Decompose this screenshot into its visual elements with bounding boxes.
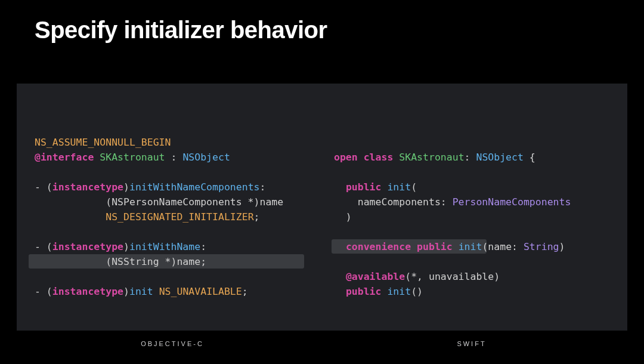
code-panel: NS_ASSUME_NONNULL_BEGIN @interface SKAst… xyxy=(17,84,627,331)
m3-anno: NS_UNAVAILABLE xyxy=(159,286,242,297)
kw-open: open xyxy=(334,152,358,163)
m2-close: ) xyxy=(559,241,565,252)
rparen3: ) xyxy=(123,286,129,297)
swift-colon: : xyxy=(465,152,476,163)
kw-public1: public xyxy=(346,181,382,193)
method-prefix2: - ( xyxy=(35,241,52,252)
method-prefix3: - ( xyxy=(35,286,52,297)
kw-instancetype2: instancetype xyxy=(52,241,123,252)
rparen2: ) xyxy=(123,241,129,252)
kw-instancetype3: instancetype xyxy=(52,286,123,297)
avail-args: (*, unavailable) xyxy=(405,271,500,282)
kw-init2: init xyxy=(459,241,482,252)
colon: : xyxy=(165,152,183,163)
m3-sig: () xyxy=(411,286,423,297)
swift-column: open class SKAstronaut: NSObject { publi… xyxy=(334,105,609,319)
m3-space xyxy=(153,286,159,297)
m1-name: initWithNameComponents xyxy=(129,181,260,193)
open-brace: { xyxy=(524,152,535,163)
m3-end: ; xyxy=(242,286,248,297)
kw-instancetype1: instancetype xyxy=(52,181,123,193)
slide: Specify initializer behavior NS_ASSUME_N… xyxy=(0,0,644,364)
super-name: NSObject xyxy=(182,152,230,163)
kw-init1: init xyxy=(387,181,411,193)
m2-name: initWithName xyxy=(129,241,200,252)
kw-interface: @interface xyxy=(35,152,94,163)
class-name: SKAstronaut xyxy=(100,152,165,163)
m1-type: PersonNameComponents xyxy=(453,196,571,208)
kw-public3: public xyxy=(346,286,382,297)
method-prefix: - ( xyxy=(35,181,52,193)
slide-title: Specify initializer behavior xyxy=(35,17,327,44)
kw-public2: public xyxy=(417,241,453,252)
objc-code: NS_ASSUME_NONNULL_BEGIN @interface SKAst… xyxy=(35,105,310,329)
swift-class-name: SKAstronaut xyxy=(399,152,464,163)
m3-name: init xyxy=(129,286,153,297)
m1-end: ; xyxy=(254,211,260,223)
kw-class: class xyxy=(364,152,394,163)
m1-anno: NS_DESIGNATED_INITIALIZER xyxy=(106,211,253,223)
swift-code: open class SKAstronaut: NSObject { publi… xyxy=(334,105,609,329)
rparen1: ) xyxy=(123,181,129,193)
objc-column: NS_ASSUME_NONNULL_BEGIN @interface SKAst… xyxy=(35,105,310,319)
kw-available: @available xyxy=(346,271,405,282)
objc-label: OBJECTIVE-C xyxy=(35,340,310,347)
m1-arg: nameComponents: xyxy=(334,196,453,208)
m2-type: String xyxy=(524,241,559,252)
swift-super: NSObject xyxy=(476,152,523,163)
kw-convenience: convenience xyxy=(346,241,411,252)
m1-close: ) xyxy=(334,211,352,223)
macro-nonnull: NS_ASSUME_NONNULL_BEGIN xyxy=(35,137,171,148)
swift-label: SWIFT xyxy=(334,340,609,347)
kw-init3: init xyxy=(387,286,411,297)
m2-open: (name: xyxy=(482,241,524,252)
m1-open: ( xyxy=(411,181,417,193)
